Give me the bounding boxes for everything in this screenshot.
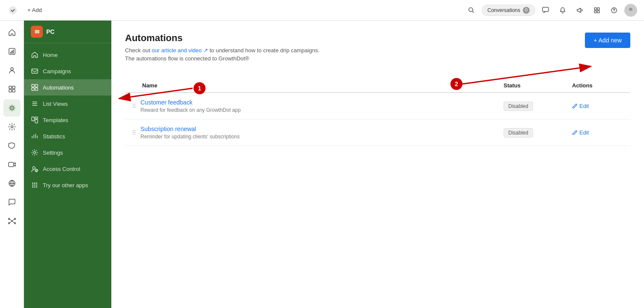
row-1-title-link[interactable]: Customer feedback xyxy=(140,99,241,106)
sidebar-item-list-views[interactable]: List Views xyxy=(24,96,111,112)
page-note: The automations flow is connected to Gro… xyxy=(125,55,319,62)
row-2-status-cell: Disabled xyxy=(504,128,572,138)
rail-dash-icon[interactable] xyxy=(3,81,21,98)
settings-icon xyxy=(31,149,39,156)
svg-point-11 xyxy=(11,68,13,70)
svg-rect-32 xyxy=(35,120,38,123)
rail-chat-icon[interactable] xyxy=(3,194,21,211)
rail-network-icon[interactable] xyxy=(3,212,21,230)
access-control-icon xyxy=(31,165,39,173)
row-2-title-link[interactable]: Subscription renewal xyxy=(140,126,240,132)
home-icon xyxy=(31,51,39,59)
svg-point-36 xyxy=(32,182,33,184)
svg-rect-18 xyxy=(9,162,14,167)
svg-point-43 xyxy=(34,186,36,188)
page-header-row: Automations Check out our article and vi… xyxy=(125,33,630,72)
bell-icon-button[interactable] xyxy=(556,3,569,17)
page-header-left: Automations Check out our article and vi… xyxy=(125,33,319,72)
sidebar-header: ✉ PC xyxy=(24,21,111,43)
svg-rect-14 xyxy=(9,90,12,92)
list-views-icon xyxy=(31,100,39,108)
svg-point-33 xyxy=(34,152,36,154)
search-button[interactable] xyxy=(465,3,478,17)
svg-rect-13 xyxy=(12,86,15,89)
content-area: Automations Check out our article and vi… xyxy=(111,21,644,308)
svg-rect-30 xyxy=(32,117,34,121)
sidebar-app-title: PC xyxy=(46,28,54,35)
svg-point-22 xyxy=(14,218,15,220)
article-video-link[interactable]: our article and video ↗ xyxy=(152,47,208,54)
svg-rect-15 xyxy=(12,90,15,92)
sidebar-item-statistics[interactable]: Statistics xyxy=(24,128,111,144)
sidebar-item-home-label: Home xyxy=(43,52,58,58)
svg-point-17 xyxy=(11,126,13,128)
sidebar-item-settings-label: Settings xyxy=(43,150,63,156)
col-actions-header: Actions xyxy=(572,82,623,89)
rail-shield-icon[interactable] xyxy=(3,137,21,154)
grid-icon-button[interactable] xyxy=(590,3,604,17)
sidebar-item-campaigns[interactable]: Campaigns xyxy=(24,63,111,79)
rail-video-icon[interactable] xyxy=(3,156,21,173)
row-1-actions-cell: Edit xyxy=(572,103,623,109)
row-1-status-badge: Disabled xyxy=(504,102,533,111)
user-avatar[interactable] xyxy=(624,4,637,17)
col-name-header: Name xyxy=(142,82,504,89)
sidebar-item-templates-label: Templates xyxy=(43,117,68,123)
sidebar-item-access-control[interactable]: Access Control xyxy=(24,161,111,177)
sidebar-item-settings[interactable]: Settings xyxy=(24,144,111,161)
svg-point-44 xyxy=(36,186,37,188)
rail-globe-icon[interactable] xyxy=(3,175,21,192)
sidebar-item-other-apps-label: Try our other apps xyxy=(43,182,88,188)
sidebar-item-list-views-label: List Views xyxy=(43,101,68,107)
rail-home-icon[interactable] xyxy=(3,24,21,41)
sidebar-item-access-control-label: Access Control xyxy=(43,166,80,172)
table-row: ⠿ Subscription renewal Reminder for upda… xyxy=(125,120,630,146)
svg-point-16 xyxy=(11,107,13,109)
sidebar-item-templates[interactable]: Templates xyxy=(24,112,111,128)
rail-automations-icon[interactable] xyxy=(3,99,21,117)
svg-point-9 xyxy=(629,8,632,11)
svg-rect-26 xyxy=(32,84,34,87)
rail-settings-icon[interactable] xyxy=(3,118,21,135)
svg-rect-28 xyxy=(32,88,34,90)
row-1-edit-button[interactable]: Edit xyxy=(572,103,589,109)
rail-reports-icon[interactable] xyxy=(3,43,21,60)
svg-rect-5 xyxy=(594,11,596,13)
sidebar-item-campaigns-label: Campaigns xyxy=(43,68,71,75)
chat-icon-button[interactable] xyxy=(539,3,552,17)
svg-rect-27 xyxy=(35,84,38,87)
svg-point-20 xyxy=(11,220,13,222)
sidebar-item-automations-label: Automations xyxy=(43,84,74,91)
sidebar-nav: Home Campaigns xyxy=(24,43,111,308)
other-apps-icon xyxy=(31,181,39,189)
drag-handle-1[interactable]: ⠿ xyxy=(132,103,136,110)
drag-handle-2[interactable]: ⠿ xyxy=(132,129,136,136)
row-2-status-badge: Disabled xyxy=(504,128,533,138)
add-new-button[interactable]: + Add new xyxy=(585,33,630,48)
add-button[interactable]: + Add xyxy=(24,5,45,15)
svg-point-8 xyxy=(614,11,614,12)
sidebar-item-automations[interactable]: Automations xyxy=(24,79,111,96)
row-2-edit-button[interactable]: Edit xyxy=(572,129,589,136)
svg-point-34 xyxy=(33,167,35,169)
table-header: Name Status Actions xyxy=(125,79,630,93)
page-title: Automations xyxy=(125,33,319,44)
sidebar-item-other-apps[interactable]: Try our other apps xyxy=(24,177,111,193)
sidebar-app-icon: ✉ xyxy=(31,26,43,38)
rail-contacts-icon[interactable] xyxy=(3,62,21,79)
sidebar: ✉ PC Home Campaigns xyxy=(24,21,111,308)
icon-rail xyxy=(0,21,24,308)
main-layout: ✉ PC Home Campaigns xyxy=(0,21,644,308)
svg-rect-31 xyxy=(35,117,38,119)
svg-point-39 xyxy=(32,185,33,186)
conversations-button[interactable]: Conversations 0 xyxy=(482,5,535,16)
svg-rect-6 xyxy=(597,11,599,13)
row-1-edit-label: Edit xyxy=(579,103,589,109)
templates-icon xyxy=(31,116,39,124)
app-logo[interactable] xyxy=(7,4,19,16)
help-icon-button[interactable] xyxy=(607,3,621,17)
megaphone-icon-button[interactable] xyxy=(573,3,587,17)
sidebar-item-statistics-label: Statistics xyxy=(43,133,65,140)
sidebar-item-home[interactable]: Home xyxy=(24,47,111,63)
svg-rect-25 xyxy=(32,69,38,73)
